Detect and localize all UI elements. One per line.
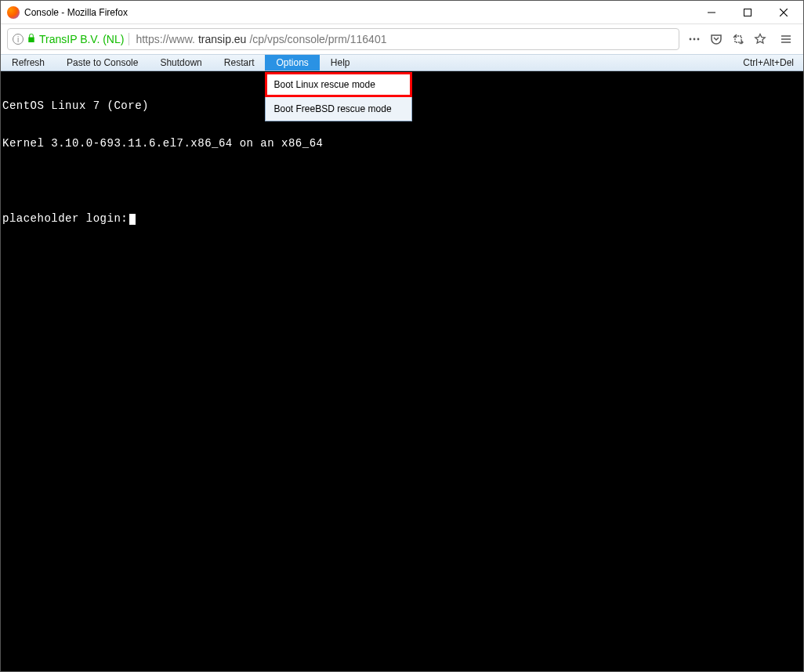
pocket-icon[interactable] [709, 32, 723, 46]
terminal-line [2, 175, 802, 187]
terminal-line: Kernel 3.10.0-693.11.6.el7.x86_64 on an … [2, 137, 802, 150]
dropdown-boot-linux-rescue[interactable]: Boot Linux rescue mode [266, 73, 411, 96]
site-identity[interactable]: TransIP B.V. (NL) [39, 33, 129, 45]
menu-ctrl-alt-del[interactable]: Ctrl+Alt+Del [733, 55, 803, 70]
minimize-button[interactable] [694, 1, 730, 24]
options-dropdown: Boot Linux rescue mode Boot FreeBSD resc… [265, 72, 412, 121]
firefox-icon [7, 6, 20, 19]
menu-restart[interactable]: Restart [213, 55, 266, 70]
terminal[interactable]: CentOS Linux 7 (Core) Kernel 3.10.0-693.… [1, 71, 803, 672]
terminal-line: placeholder login: [2, 212, 802, 225]
bookmark-star-icon[interactable] [753, 32, 767, 46]
menu-button[interactable] [775, 28, 797, 50]
svg-point-6 [697, 38, 700, 41]
url-box[interactable]: i TransIP B.V. (NL) https://www.transip.… [7, 28, 679, 50]
menu-refresh[interactable]: Refresh [1, 55, 56, 70]
console-menubar: Refresh Paste to Console Shutdown Restar… [1, 54, 803, 71]
window-title: Console - Mozilla Firefox [24, 7, 694, 18]
menu-help[interactable]: Help [320, 55, 361, 70]
maximize-button[interactable] [730, 1, 766, 24]
menu-shutdown[interactable]: Shutdown [149, 55, 212, 70]
terminal-cursor [129, 214, 136, 225]
url-host: transip.eu [198, 33, 246, 45]
url-path: /cp/vps/console/prm/116401 [249, 33, 386, 45]
window-titlebar: Console - Mozilla Firefox [1, 1, 803, 24]
address-bar: i TransIP B.V. (NL) https://www.transip.… [1, 24, 803, 54]
screenshot-icon[interactable] [731, 32, 745, 46]
toolbar-icons [684, 32, 770, 46]
info-icon[interactable]: i [13, 34, 24, 45]
svg-rect-1 [744, 9, 751, 16]
lock-icon [27, 33, 36, 45]
dropdown-boot-freebsd-rescue[interactable]: Boot FreeBSD rescue mode [266, 97, 411, 121]
ellipsis-icon[interactable] [687, 32, 701, 46]
close-button[interactable] [766, 1, 802, 24]
menu-paste-to-console[interactable]: Paste to Console [56, 55, 149, 70]
menu-options[interactable]: Options Boot Linux rescue mode Boot Free… [265, 55, 319, 70]
svg-point-5 [694, 38, 696, 41]
menu-options-label: Options [276, 57, 308, 68]
url-prefix: https://www. [136, 33, 194, 45]
svg-point-4 [690, 38, 692, 41]
window-controls [694, 1, 802, 24]
